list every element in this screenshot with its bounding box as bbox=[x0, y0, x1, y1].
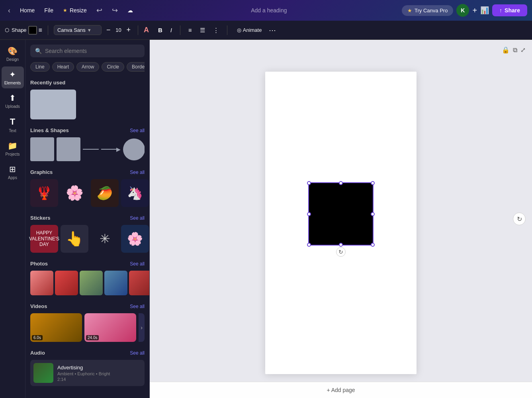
sticker-item-2[interactable]: 👆 bbox=[61, 225, 88, 253]
resize-handle-bottom-left[interactable] bbox=[307, 243, 311, 247]
undo-button[interactable]: ↩ bbox=[93, 4, 106, 16]
font-family-select[interactable]: Canva Sans ▾ bbox=[54, 25, 102, 35]
resize-button[interactable]: ★ Resize bbox=[60, 6, 90, 15]
animate-button[interactable]: ◎ Animate bbox=[233, 25, 266, 35]
shape-tool-label: ⬡ Shape bbox=[5, 27, 27, 33]
shape-icon: ⬡ bbox=[5, 27, 9, 33]
filter-tag-arrow[interactable]: Arrow bbox=[76, 62, 99, 72]
back-button[interactable]: ‹ bbox=[5, 5, 14, 16]
photos-see-all[interactable]: See all bbox=[130, 261, 145, 267]
shape-wrapper: ↻ bbox=[309, 183, 373, 245]
projects-label: Projects bbox=[5, 152, 20, 156]
photo-item-5[interactable] bbox=[129, 271, 150, 295]
resize-handle-middle-left[interactable] bbox=[307, 212, 311, 216]
more-options-button[interactable]: ⋯ bbox=[269, 26, 276, 35]
duplicate-icon[interactable]: ⧉ bbox=[513, 46, 517, 54]
sidebar-item-design[interactable]: 🎨 Design bbox=[2, 43, 24, 65]
audio-item-1[interactable]: Advertising Ambient • Euphoric • Bright … bbox=[30, 360, 145, 386]
lock-icon[interactable]: 🔒 bbox=[502, 46, 510, 54]
canvas-refresh-button[interactable]: ↻ bbox=[513, 213, 526, 225]
try-pro-button[interactable]: ★ Try Canva Pro bbox=[402, 5, 453, 16]
expand-icon[interactable]: ⤢ bbox=[520, 46, 526, 54]
photo-item-1[interactable] bbox=[30, 271, 53, 295]
redo-button[interactable]: ↪ bbox=[109, 4, 121, 16]
shape-line[interactable] bbox=[83, 149, 99, 150]
decrease-size-button[interactable]: − bbox=[105, 26, 112, 34]
photo-item-3[interactable] bbox=[80, 271, 103, 295]
video-item-1[interactable]: 6.0s bbox=[30, 313, 82, 342]
sidebar-item-projects[interactable]: 📁 Projects bbox=[2, 138, 24, 160]
lines-shapes-see-all[interactable]: See all bbox=[130, 128, 145, 133]
resize-handle-top-center[interactable] bbox=[339, 181, 343, 185]
resize-handle-top-right[interactable] bbox=[371, 181, 375, 185]
stickers-title: Stickers bbox=[30, 215, 51, 221]
animate-icon: ◎ bbox=[237, 27, 241, 33]
graphics-header: Graphics See all bbox=[30, 169, 145, 175]
increase-size-button[interactable]: + bbox=[125, 26, 132, 34]
graphic-item-1[interactable]: 🦞 bbox=[30, 179, 58, 207]
audio-see-all[interactable]: See all bbox=[130, 350, 145, 356]
videos-see-all[interactable]: See all bbox=[130, 304, 145, 309]
text-color-button[interactable]: A bbox=[144, 26, 153, 35]
flower-emoji: 🌸 bbox=[127, 231, 143, 246]
sidebar-item-elements[interactable]: ✦ Elements bbox=[2, 66, 24, 88]
videos-more-button[interactable]: › bbox=[139, 313, 145, 342]
stickers-see-all[interactable]: See all bbox=[130, 215, 145, 221]
video-item-2[interactable]: 24.0s bbox=[84, 313, 136, 342]
heading-placeholder[interactable]: Add a heading bbox=[246, 6, 291, 15]
sidebar-item-text[interactable]: T Text bbox=[2, 113, 24, 136]
sticker-item-1[interactable]: HAPPY VALENTINE'S DAY bbox=[30, 225, 58, 253]
sticker-item-4[interactable]: 🌸 bbox=[121, 225, 149, 253]
share-button[interactable]: ↑ Share bbox=[492, 4, 527, 16]
uploads-label: Uploads bbox=[5, 104, 20, 109]
shape-square-2[interactable] bbox=[57, 137, 80, 161]
photo-item-4[interactable] bbox=[104, 271, 127, 295]
selected-shape[interactable] bbox=[309, 183, 373, 245]
recently-used-item[interactable] bbox=[30, 90, 76, 119]
resize-handle-middle-right[interactable] bbox=[371, 212, 375, 216]
rotate-handle[interactable]: ↻ bbox=[336, 247, 346, 257]
analytics-button[interactable]: 📊 bbox=[480, 6, 489, 15]
file-button[interactable]: File bbox=[41, 6, 57, 15]
graphics-see-all[interactable]: See all bbox=[130, 170, 145, 175]
shape-arrow[interactable]: ▶ bbox=[101, 146, 121, 152]
home-button[interactable]: Home bbox=[17, 6, 38, 15]
resize-handle-bottom-center[interactable] bbox=[339, 243, 343, 247]
graphic-item-3[interactable]: 🥭 bbox=[91, 179, 119, 207]
add-collaborator-button[interactable]: + bbox=[472, 6, 477, 15]
graphic-icon-2: 🌸 bbox=[66, 185, 84, 201]
add-page-label: + Add page bbox=[327, 387, 355, 393]
resize-handle-bottom-right[interactable] bbox=[371, 243, 375, 247]
photos-grid: › bbox=[30, 271, 145, 295]
cloud-button[interactable]: ☁ bbox=[124, 6, 136, 15]
graphic-item-2[interactable]: 🌸 bbox=[61, 179, 88, 207]
bold-button[interactable]: B bbox=[156, 26, 165, 34]
bullet-list-button[interactable]: ☰ bbox=[198, 26, 207, 35]
sidebar-item-apps[interactable]: ⊞ Apps bbox=[2, 161, 24, 183]
shape-square-1[interactable] bbox=[30, 137, 54, 161]
apps-icon: ⊞ bbox=[9, 164, 16, 174]
filter-tag-line[interactable]: Line bbox=[30, 62, 50, 72]
shape-container[interactable]: ↻ bbox=[309, 183, 373, 245]
text-align-button[interactable]: ≡ bbox=[186, 26, 194, 34]
try-pro-label: Try Canva Pro bbox=[415, 8, 448, 14]
resize-handle-top-left[interactable] bbox=[307, 181, 311, 185]
videos-title: Videos bbox=[30, 303, 47, 309]
avatar-button[interactable]: K bbox=[456, 4, 469, 17]
search-input[interactable] bbox=[45, 48, 140, 54]
italic-button[interactable]: I bbox=[168, 26, 174, 34]
filter-tag-heart[interactable]: Heart bbox=[52, 62, 74, 72]
filter-tag-border[interactable]: Border bbox=[127, 62, 145, 72]
photo-item-2[interactable] bbox=[55, 271, 78, 295]
graphic-item-4[interactable]: 🦄 bbox=[121, 179, 149, 207]
shape-circle[interactable] bbox=[123, 139, 145, 160]
add-page-button[interactable]: + Add page bbox=[155, 387, 527, 393]
graphics-grid: 🦞 🌸 🥭 🦄 › bbox=[30, 179, 145, 207]
numbered-list-button[interactable]: ⋮ bbox=[211, 26, 221, 35]
filter-tag-circle[interactable]: Circle bbox=[102, 62, 124, 72]
sticker-item-3[interactable]: ✳ bbox=[91, 225, 119, 253]
stroke-icon[interactable]: ≡ bbox=[39, 27, 42, 34]
nav-right-area: ★ Try Canva Pro K + 📊 ↑ Share bbox=[402, 4, 527, 17]
fill-color-swatch[interactable] bbox=[28, 26, 37, 35]
sidebar-item-uploads[interactable]: ⬆ Uploads bbox=[2, 90, 24, 112]
